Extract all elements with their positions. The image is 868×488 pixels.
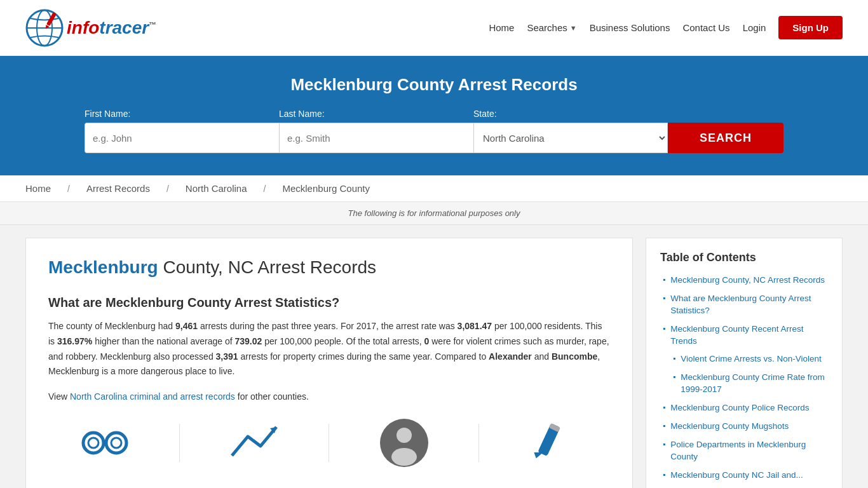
stat-national: 739.02 (234, 336, 262, 346)
toc-item-3: Mecklenburg County Recent Arrest Trends (660, 323, 828, 348)
compare2: Buncombe (552, 351, 597, 362)
first-name-input[interactable] (85, 123, 279, 153)
svg-point-9 (111, 438, 121, 448)
handcuffs-icon (79, 421, 130, 465)
toc-item-1: Mecklenburg County, NC Arrest Records (660, 274, 828, 287)
logo-tm: ™ (149, 20, 156, 29)
search-form: First Name: Last Name: State: North Caro… (85, 109, 783, 153)
first-name-label: First Name: (85, 109, 130, 119)
chevron-down-icon: ▼ (570, 24, 577, 32)
view-records-link[interactable]: North Carolina criminal and arrest recor… (70, 391, 235, 402)
breadcrumb-arrest-records[interactable]: Arrest Records (86, 183, 150, 194)
toc-link-1[interactable]: Mecklenburg County, NC Arrest Records (670, 274, 825, 287)
toc-title: Table of Contents (660, 251, 828, 264)
divider-1 (179, 424, 180, 462)
sidebar: Table of Contents Mecklenburg County, NC… (646, 238, 843, 488)
toc-link-4[interactable]: Violent Crime Arrests vs. Non-Violent (681, 353, 822, 365)
stat-arrests: 9,461 (175, 321, 198, 331)
handcuffs-icon-box (67, 417, 143, 468)
article-paragraph1: The county of Mecklenburg had 9,461 arre… (48, 319, 610, 379)
breadcrumb-mecklenburg-county[interactable]: Mecklenburg County (282, 183, 370, 194)
info-bar-text: The following is for informational purpo… (348, 208, 520, 218)
breadcrumb: Home / Arrest Records / North Carolina /… (0, 175, 868, 202)
main-nav: Home Searches ▼ Business Solutions Conta… (489, 16, 843, 39)
breadcrumb-sep-3: / (264, 184, 266, 194)
breadcrumb-home[interactable]: Home (25, 183, 51, 194)
toc-link-6[interactable]: Mecklenburg County Police Records (670, 402, 809, 414)
divider-2 (329, 424, 329, 462)
stat-property: 3,391 (216, 351, 238, 362)
toc-item-7: Mecklenburg County Mugshots (660, 421, 828, 433)
main-content: Mecklenburg County, NC Arrest Records Wh… (0, 225, 868, 488)
svg-point-13 (391, 448, 417, 466)
hero-banner: Mecklenburg County Arrest Records First … (0, 56, 868, 175)
toc-item-5: Mecklenburg County Crime Rate from 1999-… (660, 372, 828, 396)
toc-link-5[interactable]: Mecklenburg County Crime Rate from 1999-… (681, 372, 828, 396)
logo-info: info (67, 18, 99, 37)
state-select[interactable]: North Carolina Alabama Alaska Arizona Ca… (473, 123, 668, 153)
nav-home[interactable]: Home (489, 22, 514, 33)
breadcrumb-north-carolina[interactable]: North Carolina (186, 183, 247, 194)
search-button[interactable]: SEARCH (668, 123, 783, 153)
svg-point-8 (88, 438, 98, 448)
toc-link-2[interactable]: What are Mecklenburg County Arrest Stati… (670, 293, 828, 317)
nav-contact-us[interactable]: Contact Us (682, 22, 729, 33)
article-title-highlight: Mecklenburg (48, 257, 158, 277)
view-records-line: View North Carolina criminal and arrest … (48, 390, 610, 405)
icons-row (48, 417, 610, 468)
state-group: State: North Carolina Alabama Alaska Ari… (473, 109, 668, 153)
info-bar: The following is for informational purpo… (0, 202, 868, 225)
login-button[interactable]: Login (743, 22, 766, 33)
article-section: Mecklenburg County, NC Arrest Records Wh… (25, 238, 633, 488)
toc-link-7[interactable]: Mecklenburg County Mugshots (670, 421, 789, 433)
pencil-icon (531, 421, 576, 465)
toc-item-2: What are Mecklenburg County Arrest Stati… (660, 293, 828, 317)
toc-link-9[interactable]: Mecklenburg County NC Jail and... (670, 470, 803, 482)
svg-point-6 (106, 433, 126, 453)
stat-violent: 0 (424, 336, 430, 346)
toc-list: Mecklenburg County, NC Arrest Records Wh… (660, 274, 828, 482)
svg-point-5 (83, 433, 104, 453)
person-icon-box (366, 417, 442, 468)
logo-icon (25, 9, 64, 47)
toc-box: Table of Contents Mecklenburg County, NC… (646, 238, 843, 488)
toc-item-8: Police Departments in Mecklenburg County (660, 439, 828, 463)
signup-button[interactable]: Sign Up (778, 16, 843, 39)
first-name-group: First Name: (85, 109, 279, 153)
stat-percent: 316.97% (57, 336, 92, 346)
stat-rate: 3,081.47 (458, 321, 492, 331)
nav-searches[interactable]: Searches ▼ (527, 22, 576, 33)
svg-marker-4 (44, 24, 49, 29)
breadcrumb-sep-1: / (67, 184, 70, 194)
last-name-input[interactable] (279, 123, 473, 153)
pencil-icon-box (515, 417, 592, 468)
state-label: State: (473, 109, 497, 119)
breadcrumb-sep-2: / (166, 184, 169, 194)
logo[interactable]: infotracer™ (25, 9, 156, 47)
last-name-group: Last Name: (279, 109, 473, 153)
site-header: infotracer™ Home Searches ▼ Business Sol… (0, 0, 868, 56)
article-title-rest: County, NC Arrest Records (158, 257, 376, 277)
trend-icon-box (216, 417, 292, 468)
article-title: Mecklenburg County, NC Arrest Records (48, 257, 610, 278)
trend-icon (229, 421, 280, 465)
toc-link-8[interactable]: Police Departments in Mecklenburg County (670, 439, 828, 463)
hero-title: Mecklenburg County Arrest Records (25, 75, 843, 95)
toc-link-3[interactable]: Mecklenburg County Recent Arrest Trends (670, 323, 828, 348)
nav-searches-link[interactable]: Searches (527, 22, 567, 33)
nav-business-solutions[interactable]: Business Solutions (590, 22, 670, 33)
view-records-suffix: for other counties. (235, 391, 309, 402)
svg-point-12 (397, 428, 412, 443)
last-name-label: Last Name: (279, 109, 325, 119)
toc-item-9: Mecklenburg County NC Jail and... (660, 470, 828, 482)
section1-heading: What are Mecklenburg County Arrest Stati… (48, 295, 610, 310)
view-records-prefix: View (48, 391, 70, 402)
person-icon (379, 417, 430, 468)
toc-item-4: Violent Crime Arrests vs. Non-Violent (660, 353, 828, 365)
compare1: Alexander (489, 351, 532, 362)
logo-tracer: tracer (99, 18, 149, 37)
toc-item-6: Mecklenburg County Police Records (660, 402, 828, 414)
divider-3 (478, 424, 479, 462)
